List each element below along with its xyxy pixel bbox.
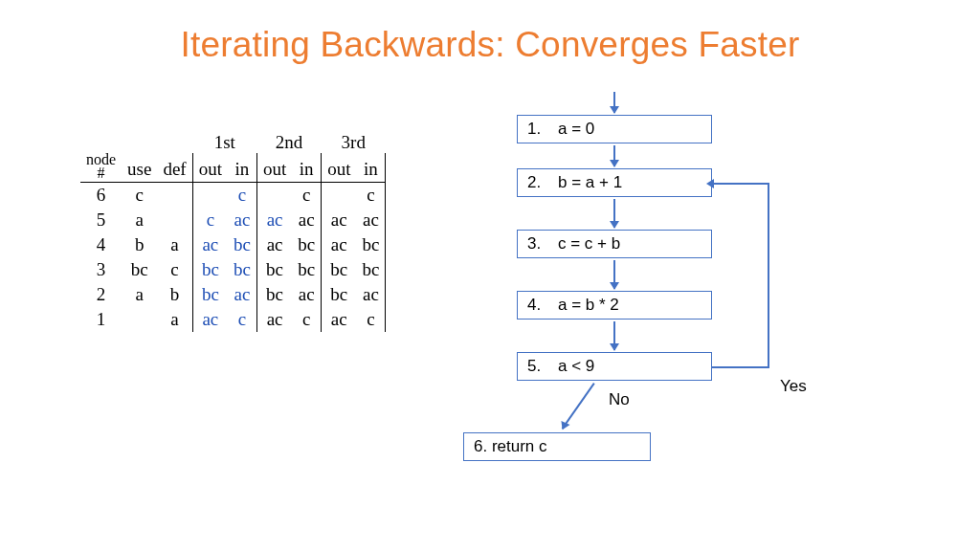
table-cell: c [356, 183, 385, 209]
table-cell: bc [228, 232, 256, 257]
arrow-4-5 [613, 321, 615, 350]
table-cell: ac [228, 282, 256, 307]
table-cell: c [157, 257, 192, 282]
flow-text-3: c = c + b [558, 234, 620, 253]
table-cell: ac [228, 208, 256, 232]
col-in-2: in [292, 153, 321, 183]
loop-seg-1 [712, 366, 769, 368]
arrow-1-2 [613, 145, 615, 166]
iter-3-header: 3rd [322, 130, 386, 153]
table-cell: ac [322, 208, 357, 232]
col-def: def [157, 153, 192, 183]
table-cell: ac [256, 232, 292, 257]
table-cell: ac [322, 232, 357, 257]
table-cell: ac [356, 208, 385, 232]
table-cell [256, 183, 292, 209]
table-cell: ac [356, 282, 385, 307]
table-cell: a [122, 208, 157, 232]
label-no: No [609, 390, 630, 409]
table-cell: bc [122, 257, 157, 282]
table-cell: 5 [80, 208, 122, 232]
table-row: 1aaccaccacc [80, 307, 386, 332]
flow-text-1: a = 0 [558, 120, 594, 139]
flow-node-6: 6. return c [463, 432, 651, 461]
flowchart: 1. a = 0 2. b = a + 1 3. c = c + b 4. a … [517, 92, 938, 532]
col-in-1: in [228, 153, 256, 183]
table-cell [122, 307, 157, 332]
flow-node-1: 1. a = 0 [517, 115, 712, 143]
table-row: 6cccc [80, 183, 386, 209]
flow-node-3: 3. c = c + b [517, 230, 712, 258]
table-cell: 3 [80, 257, 122, 282]
table-row: 3bccbcbcbcbcbcbc [80, 257, 386, 282]
table-cell: ac [322, 307, 357, 332]
flow-num-3: 3. [527, 234, 558, 253]
table-cell: 4 [80, 232, 122, 257]
table-cell: bc [292, 232, 321, 257]
loop-arrowhead [706, 179, 714, 188]
arrow-3-4 [613, 260, 615, 289]
table-cell: bc [356, 232, 385, 257]
label-yes: Yes [780, 377, 807, 396]
flow-node-5: 5. a < 9 [517, 352, 712, 381]
col-out-2: out [256, 153, 292, 183]
table-row: 2abbcacbcacbcac [80, 282, 386, 307]
table-cell [322, 183, 357, 209]
arrow-entry [613, 92, 615, 113]
flow-node-2: 2. b = a + 1 [517, 168, 712, 197]
table-cell: bc [356, 257, 385, 282]
table-cell: ac [256, 307, 292, 332]
table-row: 4baacbcacbcacbc [80, 232, 386, 257]
table-header-iterations: 1st 2nd 3rd [80, 130, 386, 153]
flow-text-5: a < 9 [558, 357, 594, 376]
table-cell: bc [228, 257, 256, 282]
loop-seg-3 [712, 183, 769, 185]
col-node: node# [86, 153, 116, 180]
flow-num-5: 5. [527, 357, 558, 376]
table-cell: bc [256, 282, 292, 307]
table-cell: c [228, 183, 256, 209]
table-cell: a [157, 232, 192, 257]
table-cell: c [122, 183, 157, 209]
col-out-3: out [322, 153, 357, 183]
flow-text-4: a = b * 2 [558, 296, 619, 315]
table-cell: ac [292, 208, 321, 232]
table-cell [192, 183, 228, 209]
table-cell: c [292, 307, 321, 332]
table-cell: a [157, 307, 192, 332]
table-cell: ac [192, 232, 228, 257]
table-cell: bc [322, 282, 357, 307]
table-cell: bc [292, 257, 321, 282]
table-cell [157, 208, 192, 232]
table-cell: c [228, 307, 256, 332]
slide-title: Iterating Backwards: Converges Faster [0, 25, 980, 65]
table-cell: a [122, 282, 157, 307]
flow-num-4: 4. [527, 296, 558, 315]
table-cell [157, 183, 192, 209]
table-cell: ac [292, 282, 321, 307]
flow-node-4: 4. a = b * 2 [517, 291, 712, 320]
table-cell: bc [322, 257, 357, 282]
table-cell: b [157, 282, 192, 307]
iter-1-header: 1st [192, 130, 256, 153]
table-cell: ac [192, 307, 228, 332]
flow-num-2: 2. [527, 173, 558, 192]
table-cell: bc [256, 257, 292, 282]
flow-text-2: b = a + 1 [558, 173, 622, 192]
slide: Iterating Backwards: Converges Faster 1s… [0, 0, 980, 551]
table-cell: bc [192, 282, 228, 307]
arrow-2-3 [613, 199, 615, 228]
arrow-5-6 [562, 383, 595, 430]
table-cell: bc [192, 257, 228, 282]
iter-2-header: 2nd [256, 130, 321, 153]
liveness-table: 1st 2nd 3rd node# use def out in out in … [80, 130, 386, 332]
table-cell: ac [256, 208, 292, 232]
col-in-3: in [356, 153, 385, 183]
table-cell: b [122, 232, 157, 257]
flow-num-1: 1. [527, 120, 558, 139]
col-out-1: out [192, 153, 228, 183]
table-cell: c [292, 183, 321, 209]
table-cell: 1 [80, 307, 122, 332]
table-cell: c [356, 307, 385, 332]
table-cell: 2 [80, 282, 122, 307]
